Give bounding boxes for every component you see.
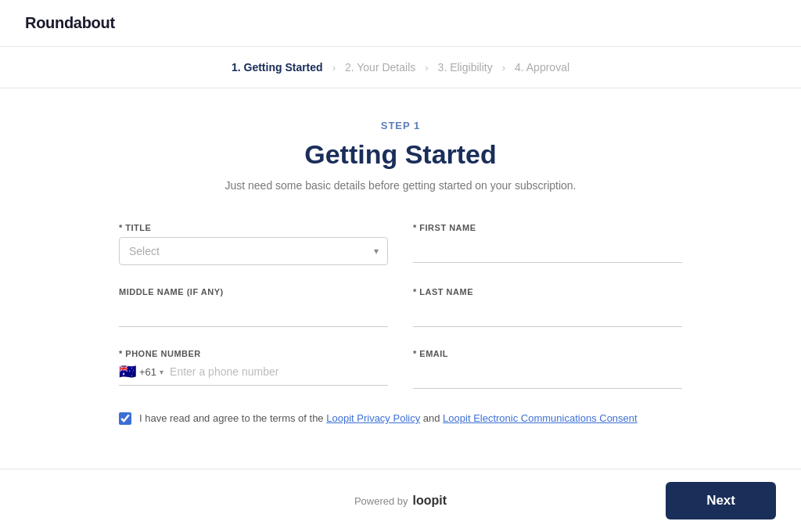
phone-input[interactable] xyxy=(170,365,388,378)
last-name-input[interactable] xyxy=(413,301,682,327)
form-row-1: * TITLE Select Mr Mrs Ms Dr ▾ * FIRST NA… xyxy=(119,223,682,265)
privacy-policy-link[interactable]: Loopit Privacy Policy xyxy=(326,412,420,424)
last-name-group: * LAST NAME xyxy=(413,287,682,327)
powered-by: Powered by loopit xyxy=(354,494,447,508)
consent-checkbox[interactable] xyxy=(119,412,131,425)
title-label: * TITLE xyxy=(119,223,388,232)
email-group: * EMAIL xyxy=(413,349,682,389)
last-name-label: * LAST NAME xyxy=(413,287,682,297)
chevron-icon-1: › xyxy=(332,62,336,74)
title-select-wrapper: Select Mr Mrs Ms Dr ▾ xyxy=(119,237,388,265)
step-eligibility[interactable]: 3. Eligibility xyxy=(438,61,493,74)
header: Roundabout xyxy=(0,0,801,47)
title-select[interactable]: Select Mr Mrs Ms Dr xyxy=(119,237,388,265)
form-row-3: * PHONE NUMBER 🇦🇺 +61 ▾ * EMAIL xyxy=(119,349,682,389)
loopit-logo: loopit xyxy=(413,494,447,508)
consent-text: I have read and agree to the terms of th… xyxy=(139,411,638,426)
first-name-group: * FIRST NAME xyxy=(413,223,682,265)
communications-consent-link[interactable]: Loopit Electronic Communications Consent xyxy=(443,412,638,424)
chevron-icon-3: › xyxy=(502,62,505,74)
dropdown-arrow-icon: ▾ xyxy=(160,368,163,376)
middle-name-group: MIDDLE NAME (IF ANY) xyxy=(119,287,388,327)
flag-selector[interactable]: 🇦🇺 +61 ▾ xyxy=(119,363,163,380)
step-approval[interactable]: 4. Approval xyxy=(515,61,569,74)
step-indicator: STEP 1 xyxy=(381,120,421,131)
phone-group: * PHONE NUMBER 🇦🇺 +61 ▾ xyxy=(119,349,388,389)
page-subtitle: Just need some basic details before gett… xyxy=(224,179,576,192)
step-your-details[interactable]: 2. Your Details xyxy=(345,61,415,74)
first-name-label: * FIRST NAME xyxy=(413,223,682,232)
step-getting-started[interactable]: 1. Getting Started xyxy=(232,61,323,74)
middle-name-input[interactable] xyxy=(119,301,388,327)
country-code: +61 xyxy=(139,366,156,378)
title-group: * TITLE Select Mr Mrs Ms Dr ▾ xyxy=(119,223,388,265)
flag-icon: 🇦🇺 xyxy=(119,363,136,380)
logo: Roundabout xyxy=(25,14,115,32)
email-label: * EMAIL xyxy=(413,349,682,358)
page-title: Getting Started xyxy=(304,139,497,170)
consent-row: I have read and agree to the terms of th… xyxy=(119,411,682,426)
form-container: * TITLE Select Mr Mrs Ms Dr ▾ * FIRST NA… xyxy=(119,223,682,426)
email-input[interactable] xyxy=(413,363,682,389)
first-name-input[interactable] xyxy=(413,237,682,263)
phone-row: 🇦🇺 +61 ▾ xyxy=(119,363,388,386)
middle-name-label: MIDDLE NAME (IF ANY) xyxy=(119,287,388,297)
next-button[interactable]: Next xyxy=(666,482,776,519)
phone-label: * PHONE NUMBER xyxy=(119,349,388,358)
progress-bar: 1. Getting Started › 2. Your Details › 3… xyxy=(0,47,801,88)
chevron-icon-2: › xyxy=(425,62,428,74)
main-content: STEP 1 Getting Started Just need some ba… xyxy=(0,88,801,520)
footer: Powered by loopit Next xyxy=(0,469,801,532)
form-row-2: MIDDLE NAME (IF ANY) * LAST NAME xyxy=(119,287,682,327)
